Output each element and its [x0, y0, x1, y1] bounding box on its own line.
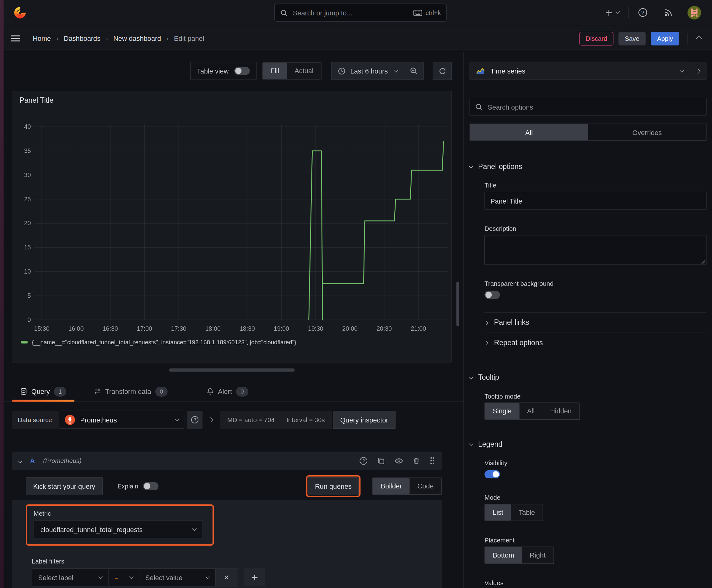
tooltip-all-option[interactable]: All — [519, 403, 542, 419]
collapse-query-icon[interactable] — [19, 459, 22, 462]
options-search-input[interactable] — [487, 102, 701, 111]
select-value-dropdown[interactable]: Select value — [139, 569, 216, 586]
news-rss-icon[interactable] — [664, 8, 673, 17]
svg-text:25: 25 — [24, 196, 31, 203]
tooltip-single-option[interactable]: Single — [485, 403, 519, 419]
tooltip-hidden-option[interactable]: Hidden — [542, 403, 580, 419]
refresh-button[interactable] — [433, 62, 452, 80]
collapse-header-icon[interactable] — [697, 37, 701, 41]
max-datapoints-stat: MD = auto = 704 — [227, 416, 275, 423]
add-filter-button[interactable] — [244, 568, 265, 586]
chart-panel[interactable]: Panel Title 051015202530354015:3016:0016… — [12, 91, 452, 362]
duplicate-query-icon[interactable] — [377, 457, 385, 465]
legend-visibility-toggle[interactable] — [484, 470, 500, 478]
fill-option[interactable]: Fill — [263, 63, 287, 79]
run-queries-button[interactable]: Run queries — [308, 477, 359, 495]
panel-title-input[interactable] — [484, 192, 706, 210]
section-divider — [464, 430, 712, 431]
query-inspector-button[interactable]: Query inspector — [333, 411, 395, 429]
tab-overrides[interactable]: Overrides — [588, 124, 706, 141]
svg-text:19:30: 19:30 — [308, 325, 323, 332]
chevron-down-icon — [469, 164, 473, 168]
explain-toggle[interactable] — [143, 482, 158, 490]
query-datasource-hint: (Prometheus) — [43, 457, 82, 464]
section-title: Legend — [478, 440, 502, 448]
visualization-toolbar: Table view Fill Actual Last 6 hours — [12, 62, 452, 80]
tab-all[interactable]: All — [470, 124, 588, 141]
builder-option[interactable]: Builder — [373, 478, 410, 495]
metric-select[interactable]: cloudflared_tunnel_total_requests — [34, 520, 203, 538]
datasource-help-button[interactable]: ? — [188, 411, 203, 429]
select-label-dropdown[interactable]: Select label — [33, 569, 109, 586]
pane-resize-handle[interactable] — [169, 369, 295, 372]
datasource-picker[interactable]: Prometheus — [59, 411, 185, 429]
legend-table-option[interactable]: Table — [511, 504, 543, 521]
time-range-button[interactable]: Last 6 hours — [332, 62, 404, 80]
panel-links-row[interactable]: Panel links — [484, 313, 706, 333]
visualization-picker[interactable]: Time series — [470, 62, 689, 80]
zoom-out-button[interactable] — [404, 62, 423, 80]
remove-filter-button[interactable]: ✕ — [216, 569, 237, 586]
left-pane-scrollbar[interactable] — [456, 282, 459, 327]
actual-option[interactable]: Actual — [287, 63, 321, 79]
options-search[interactable] — [470, 98, 707, 116]
tab-query[interactable]: Query 1 — [12, 382, 74, 401]
transparent-background-toggle[interactable] — [484, 291, 500, 299]
tab-alert-label: Alert — [218, 387, 232, 396]
svg-text:15: 15 — [24, 244, 31, 251]
breadcrumb-home[interactable]: Home — [33, 35, 51, 42]
avatar[interactable] — [688, 6, 701, 19]
breadcrumb-new-dashboard[interactable]: New dashboard — [113, 35, 161, 42]
breadcrumb-dashboards[interactable]: Dashboards — [64, 35, 101, 42]
expand-row-icon[interactable] — [209, 418, 213, 422]
chevron-down-icon — [469, 441, 473, 446]
drag-grip-icon[interactable] — [429, 457, 435, 465]
apply-button[interactable]: Apply — [651, 32, 679, 45]
svg-text:20:00: 20:00 — [342, 325, 358, 332]
refresh-icon — [438, 67, 447, 75]
legend-list-option[interactable]: List — [485, 504, 511, 521]
search-input[interactable] — [292, 8, 409, 17]
description-textarea[interactable] — [484, 235, 706, 265]
save-button[interactable]: Save — [619, 32, 646, 45]
hide-query-eye-icon[interactable] — [395, 457, 403, 465]
tab-query-badge: 1 — [54, 386, 66, 396]
repeat-options-row[interactable]: Repeat options — [484, 333, 706, 353]
query-row-header[interactable]: A (Prometheus) ? — [12, 452, 442, 470]
tooltip-section-header[interactable]: Tooltip — [470, 374, 707, 382]
svg-text:20: 20 — [24, 219, 31, 227]
svg-text:16:30: 16:30 — [103, 325, 118, 332]
kickstart-query-button[interactable]: Kick start your query — [26, 477, 102, 495]
legend-placement-switch: Bottom Right — [484, 547, 554, 564]
legend-mode-label: Mode — [484, 494, 706, 501]
tab-alert[interactable]: Alert 0 — [198, 382, 257, 401]
grafana-logo[interactable] — [14, 6, 26, 19]
metric-value: cloudflared_tunnel_total_requests — [41, 525, 143, 533]
placement-bottom-option[interactable]: Bottom — [485, 547, 522, 564]
operator-dropdown[interactable]: = — [109, 569, 139, 586]
svg-text:0: 0 — [27, 316, 31, 323]
time-series-chart[interactable]: 051015202530354015:3016:0016:3017:0017:3… — [12, 91, 452, 363]
builder-code-switch: Builder Code — [373, 478, 442, 495]
discard-button[interactable]: Discard — [579, 32, 613, 45]
label-filters-label: Label filters — [32, 558, 435, 565]
operator-value: = — [114, 573, 118, 582]
legend-section-header[interactable]: Legend — [470, 440, 707, 448]
query-options-summary[interactable]: MD = auto = 704 Interval = 30s — [220, 411, 332, 429]
new-menu-button[interactable] — [605, 8, 619, 17]
tab-transform-data[interactable]: Transform data 0 — [85, 382, 176, 401]
query-help-icon[interactable]: ? — [359, 456, 368, 465]
panel-options-section-header[interactable]: Panel options — [470, 163, 707, 171]
select-label-placeholder: Select label — [38, 573, 73, 582]
help-icon[interactable]: ? — [638, 8, 647, 17]
legend-series-label[interactable]: {__name__="cloudflared_tunnel_total_requ… — [32, 339, 296, 346]
svg-text:17:00: 17:00 — [137, 325, 152, 332]
table-view-toggle[interactable] — [234, 67, 250, 75]
menu-icon[interactable] — [11, 35, 20, 41]
viz-suggestions-button[interactable] — [689, 62, 707, 80]
placement-right-option[interactable]: Right — [522, 547, 554, 564]
code-option[interactable]: Code — [410, 478, 441, 495]
global-search[interactable]: ctrl+k — [274, 4, 447, 22]
legend-series-swatch[interactable] — [21, 341, 28, 343]
delete-query-trash-icon[interactable] — [413, 457, 420, 465]
